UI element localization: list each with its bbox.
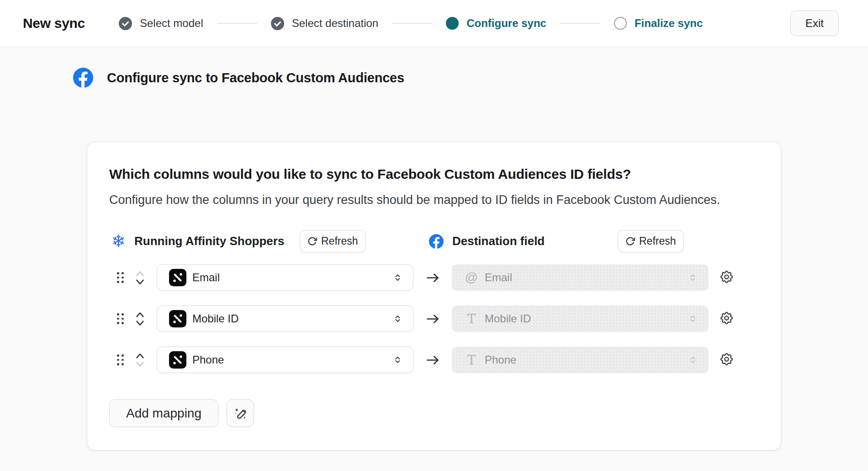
step-label: Select model: [140, 17, 203, 30]
mapping-row: Email @ Email: [109, 264, 759, 291]
mapping-row: Phone T Phone: [109, 347, 759, 373]
step-label: Finalize sync: [635, 17, 703, 30]
destination-field-value: Email: [485, 271, 688, 284]
chevron-up-down-icon: [393, 272, 402, 284]
snowflake-icon: ❄: [111, 234, 126, 249]
source-column-value: Email: [192, 271, 393, 284]
at-sign-icon: @: [464, 271, 479, 284]
main-content: Configure sync to Facebook Custom Audien…: [0, 47, 868, 450]
destination-column-header: Destination field: [429, 230, 545, 252]
stepper: Select model Select destination Configur…: [119, 17, 703, 30]
arrow-right-icon: [413, 272, 452, 284]
step-connector: [560, 23, 600, 24]
destination-field-value: Mobile ID: [485, 312, 688, 325]
auto-map-button[interactable]: [227, 399, 254, 427]
check-circle-icon: [271, 17, 284, 30]
magic-wand-icon: [233, 406, 248, 421]
chevron-up-down-icon: [688, 272, 697, 284]
column-type-icon: [169, 269, 186, 286]
destination-field-select: T Mobile ID: [452, 305, 709, 332]
move-up-button: [135, 270, 145, 277]
drag-handle-icon[interactable]: [117, 272, 123, 283]
step-select-model[interactable]: Select model: [119, 17, 203, 30]
page-title: Configure sync to Facebook Custom Audien…: [107, 70, 404, 86]
source-column-select[interactable]: Email: [157, 264, 413, 291]
destination-field-label: Destination field: [452, 234, 545, 248]
exit-button[interactable]: Exit: [790, 11, 839, 36]
page-head: Configure sync to Facebook Custom Audien…: [73, 68, 868, 88]
destination-field-select: @ Email: [452, 264, 709, 291]
source-column-value: Mobile ID: [192, 312, 393, 325]
wizard-title: New sync: [23, 16, 85, 31]
mapping-settings-button[interactable]: [719, 269, 734, 284]
move-down-button[interactable]: [135, 320, 145, 327]
card-subheading: Configure how the columns in your query …: [109, 192, 759, 208]
mapping-settings-button[interactable]: [719, 310, 734, 326]
step-configure-sync[interactable]: Configure sync: [446, 17, 546, 30]
move-down-button: [135, 361, 145, 368]
move-down-button[interactable]: [135, 279, 145, 286]
text-type-icon: T: [464, 313, 479, 325]
source-column-select[interactable]: Phone: [157, 347, 413, 373]
refresh-icon: [307, 236, 317, 246]
check-circle-icon: [119, 17, 132, 30]
current-step-dot-icon: [446, 17, 459, 30]
column-headers: ❄ Running Affinity Shoppers Refresh Dest…: [109, 230, 759, 252]
step-label: Configure sync: [466, 17, 546, 30]
step-label: Select destination: [292, 17, 378, 30]
gear-icon: [719, 310, 734, 326]
mapping-row: Mobile ID T Mobile ID: [109, 305, 759, 332]
mapping-card: Which columns would you like to sync to …: [87, 142, 781, 450]
step-connector: [392, 23, 432, 24]
step-finalize-sync[interactable]: Finalize sync: [614, 17, 703, 30]
column-type-icon: [169, 351, 186, 369]
chevron-up-down-icon: [688, 354, 697, 366]
column-type-icon: [169, 310, 186, 327]
text-type-icon: T: [464, 354, 479, 366]
chevron-up-down-icon: [688, 313, 697, 325]
chevron-up-down-icon: [393, 313, 402, 325]
facebook-icon: [73, 68, 93, 88]
step-select-destination[interactable]: Select destination: [271, 17, 378, 30]
facebook-icon: [429, 234, 444, 249]
gear-icon: [719, 269, 734, 284]
arrow-right-icon: [413, 313, 452, 325]
move-up-button[interactable]: [135, 352, 145, 359]
wizard-header: New sync Select model Select destination…: [0, 0, 868, 47]
add-mapping-button[interactable]: Add mapping: [109, 399, 218, 427]
drag-handle-icon[interactable]: [117, 313, 123, 324]
mapping-actions: Add mapping: [109, 399, 759, 427]
card-heading: Which columns would you like to sync to …: [109, 165, 759, 183]
gear-icon: [719, 352, 734, 367]
refresh-icon: [625, 236, 635, 246]
mapping-settings-button[interactable]: [719, 352, 734, 367]
drag-handle-icon[interactable]: [117, 354, 123, 365]
upcoming-step-circle-icon: [614, 17, 627, 30]
step-connector: [217, 23, 257, 24]
destination-field-value: Phone: [485, 353, 688, 366]
arrow-right-icon: [413, 354, 452, 366]
move-up-button[interactable]: [135, 311, 145, 318]
chevron-up-down-icon: [393, 354, 402, 366]
source-column-value: Phone: [192, 353, 393, 366]
destination-field-select: T Phone: [452, 347, 709, 373]
source-column-header: ❄ Running Affinity Shoppers: [111, 230, 284, 252]
refresh-source-button[interactable]: Refresh: [300, 230, 366, 252]
source-column-select[interactable]: Mobile ID: [157, 305, 413, 332]
source-model-name: Running Affinity Shoppers: [134, 234, 284, 248]
refresh-destination-button[interactable]: Refresh: [618, 230, 684, 252]
